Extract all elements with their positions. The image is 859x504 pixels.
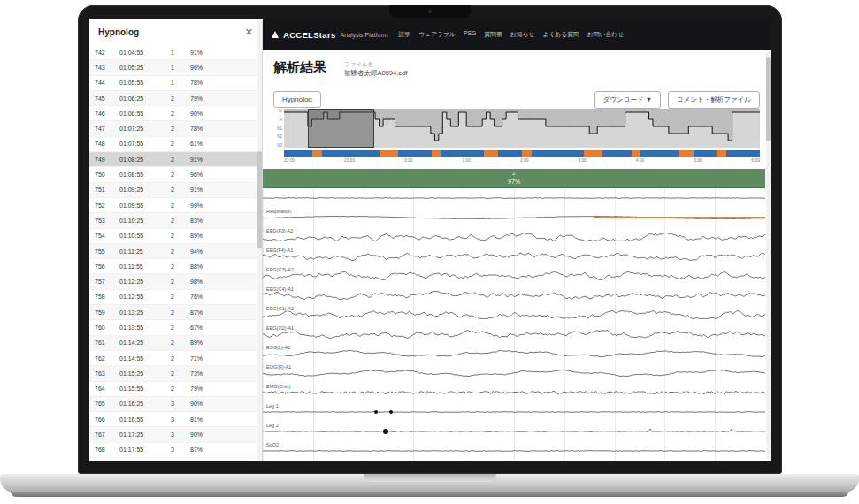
hypnolog-row[interactable]: 74601:06:55290% [89, 106, 257, 121]
stage-strip-segment [322, 150, 380, 157]
nav-item[interactable]: お知らせ [510, 30, 535, 39]
nav-item[interactable]: PSG [464, 30, 476, 39]
hypnolog-cell: 01:07:55 [119, 141, 171, 147]
overview-selection-window[interactable] [308, 109, 374, 148]
channel-waveform [263, 383, 765, 402]
main-scrollbar-thumb[interactable] [766, 57, 771, 141]
channel-row[interactable]: Leg 2 [263, 422, 765, 441]
stage-axis-label: N1 [265, 126, 282, 131]
hypnolog-cell: 76% [190, 294, 251, 300]
hypnolog-panel-title: Hypnolog [98, 27, 139, 37]
time-axis-label: 23:00 [344, 158, 355, 163]
hypnolog-row[interactable]: 76301:15:25273% [89, 366, 257, 381]
hypnolog-cell: 2 [171, 126, 190, 132]
hypnolog-cell: 01:06:55 [119, 111, 171, 117]
overview-hypnogram[interactable] [284, 109, 760, 148]
hypnolog-row[interactable]: 75201:09:55299% [89, 198, 257, 213]
stage-strip-segment [498, 150, 522, 157]
channel-row[interactable]: EEG(O2)-A1 [263, 325, 765, 344]
nav-item[interactable]: 質問票 [484, 30, 502, 39]
event-marker-dot[interactable] [389, 410, 393, 414]
main-scrollbar[interactable] [766, 52, 771, 459]
hypnolog-row[interactable]: 75601:11:55288% [89, 259, 257, 274]
hypnolog-row[interactable]: 76501:16:25390% [89, 397, 257, 412]
hypnolog-row[interactable]: 76701:17:25390% [89, 427, 257, 442]
hypnolog-cell: 87% [190, 309, 251, 316]
channel-row[interactable]: SpO2 [263, 441, 765, 461]
hypnolog-row[interactable]: 76801:17:55387% [89, 443, 257, 458]
respiration-event-line[interactable] [594, 217, 765, 218]
hypnolog-row[interactable]: 74401:05:55178% [89, 76, 257, 91]
signal-area[interactable]: RespirationEEG(F3)-A2EEG(F4)-A1EEG(C3)-A… [263, 188, 765, 461]
hypnolog-row[interactable]: 76001:13:55267% [89, 320, 257, 335]
hypnolog-cell: 2 [171, 248, 190, 255]
channel-row[interactable]: EEG(F3)-A2 [263, 227, 765, 247]
nav-item[interactable]: 説明 [399, 30, 411, 39]
nav-item[interactable]: お問い合わせ [587, 30, 624, 39]
hypnolog-row[interactable]: 74201:04:55191% [89, 45, 257, 60]
channel-row[interactable]: EOG(L)-A2 [263, 344, 765, 363]
hypnolog-row[interactable]: 74301:05:25196% [89, 60, 257, 75]
logo-text[interactable]: ACCELStars [283, 30, 336, 40]
hypnolog-cell: 01:16:25 [119, 401, 171, 407]
channel-row[interactable]: EOG(R)-A1 [263, 363, 765, 383]
hypnolog-cell: 743 [95, 65, 119, 71]
hypnolog-row[interactable]: 75901:13:25287% [89, 305, 257, 320]
hypnolog-cell: 1 [171, 50, 190, 56]
event-marker-dot[interactable] [374, 410, 378, 414]
nav-item[interactable]: ウェアラブル [418, 30, 456, 39]
download-button[interactable]: ダウンロード ▼ [594, 91, 661, 109]
channel-row[interactable]: Respiration [263, 208, 765, 227]
hypnolog-row[interactable]: 75001:08:55296% [89, 167, 257, 182]
hypnolog-row[interactable]: 74801:07:55261% [89, 137, 257, 152]
stage-strip-segment [284, 150, 312, 157]
close-icon[interactable]: ✕ [245, 27, 253, 38]
channel-row[interactable]: EEG(C3)-A2 [263, 266, 765, 286]
hypnolog-cell: 01:09:25 [119, 187, 171, 193]
hypnolog-cell: 01:17:25 [119, 431, 171, 438]
hypnolog-row[interactable]: 76601:16:55381% [89, 412, 257, 427]
hypnolog-row[interactable]: 74901:08:25291% [89, 152, 257, 167]
hypnolog-row[interactable]: 76401:15:55279% [89, 382, 257, 397]
hypnolog-cell: 754 [95, 233, 119, 239]
hypnolog-row[interactable]: 75801:12:55276% [89, 290, 257, 305]
hypnolog-cell: 78% [190, 126, 251, 132]
hypnolog-cell: 755 [95, 248, 119, 255]
hypnolog-row[interactable]: 75401:10:55289% [89, 229, 257, 244]
nav-item[interactable]: よくある質問 [542, 30, 579, 39]
hypnolog-cell: 01:05:55 [119, 80, 171, 86]
hypnolog-row[interactable]: 75301:10:25283% [89, 213, 257, 228]
hypnolog-row[interactable]: 76101:14:25289% [89, 336, 257, 351]
hypnolog-cell: 2 [171, 370, 190, 377]
hypnolog-row[interactable]: 75501:11:25294% [89, 244, 257, 259]
channel-waveform [263, 188, 765, 208]
channel-row[interactable] [263, 188, 765, 208]
hypnolog-row[interactable]: 76201:14:55271% [89, 351, 257, 366]
stage-strip-segment [522, 150, 532, 157]
hypnolog-cell: 761 [95, 340, 119, 346]
channel-row[interactable]: Leg 1 [263, 402, 765, 422]
hypnolog-cell: 749 [95, 157, 119, 163]
stage-strip[interactable] [284, 150, 760, 157]
hypnolog-cell: 96% [190, 65, 251, 71]
sidebar-scrollbar-thumb[interactable] [257, 151, 262, 248]
hypnolog-row[interactable]: 74701:07:25278% [89, 121, 257, 136]
hypnolog-row[interactable]: 75701:12:25298% [89, 274, 257, 289]
hypnolog-row[interactable]: 75101:09:25291% [89, 183, 257, 198]
hypnolog-cell: 91% [190, 187, 251, 193]
channel-row[interactable]: EMG(Chin) [263, 383, 765, 402]
hypnolog-button[interactable]: Hypnolog [273, 91, 321, 108]
hypnolog-cell: 01:11:25 [119, 248, 171, 255]
comment-file-button[interactable]: コメント・解析ファイル [668, 91, 760, 109]
channel-row[interactable]: EEG(O1)-A2 [263, 305, 765, 325]
sidebar-scrollbar[interactable] [257, 19, 262, 461]
hypnolog-row[interactable]: 74501:06:25279% [89, 91, 257, 106]
hypnolog-cell: 1 [171, 80, 190, 86]
hypnolog-cell: 01:04:55 [119, 50, 171, 56]
channel-row[interactable]: EEG(F4)-A1 [263, 247, 765, 266]
channel-row[interactable]: EEG(C4)-A1 [263, 286, 765, 305]
hypnolog-cell: 71% [190, 355, 251, 362]
time-axis-label: 6:00 [752, 158, 760, 163]
stage-strip-segment [726, 150, 760, 157]
stage-strip-segment [717, 150, 726, 157]
